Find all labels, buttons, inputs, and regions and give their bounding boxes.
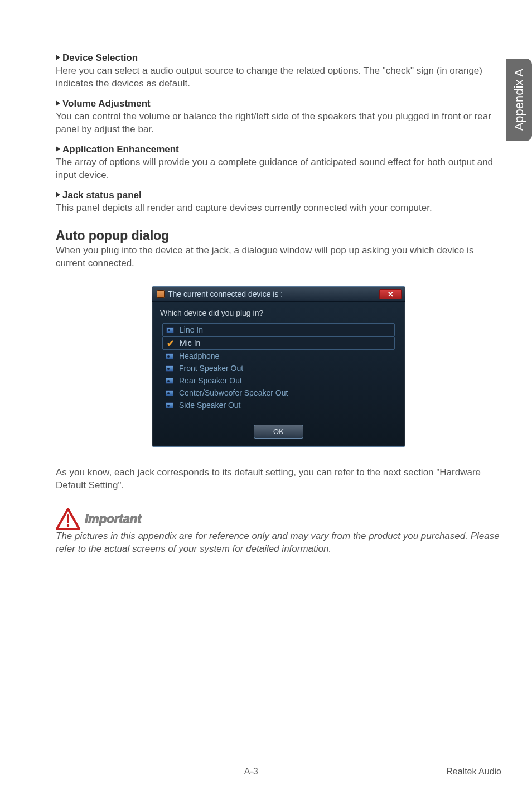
jack-icon bbox=[166, 353, 173, 359]
heading-volume-adjustment: Volume Adjustment bbox=[56, 98, 501, 109]
dialog-title-text: The current connected device is : bbox=[168, 290, 283, 299]
heading-device-selection: Device Selection bbox=[56, 52, 501, 64]
heading-text: Application Enhancement bbox=[62, 144, 179, 155]
device-option[interactable]: ✔ Mic In bbox=[162, 336, 395, 350]
body-jack-status: This panel depicts all render and captur… bbox=[56, 202, 501, 215]
check-icon: ✔ bbox=[166, 340, 174, 346]
device-label: Headphone bbox=[179, 352, 219, 360]
device-option[interactable]: Rear Speaker Out bbox=[162, 374, 395, 387]
body-device-selection: Here you can select a audio output sourc… bbox=[56, 65, 501, 90]
footer-section-name: Realtek Audio bbox=[446, 767, 501, 777]
warning-icon bbox=[56, 508, 80, 530]
dialog-subtitle: Which device did you plug in? bbox=[152, 302, 405, 323]
close-button[interactable]: ✕ bbox=[379, 289, 402, 299]
heading-text: Volume Adjustment bbox=[62, 98, 151, 109]
important-label: Important bbox=[85, 512, 141, 526]
jack-icon bbox=[166, 390, 173, 396]
device-label: Rear Speaker Out bbox=[179, 376, 242, 385]
heading-text: Jack status panel bbox=[62, 190, 142, 200]
device-label: Mic In bbox=[180, 339, 200, 348]
heading-application-enhancement: Application Enhancement bbox=[56, 144, 501, 155]
dialog-titlebar: The current connected device is : ✕ bbox=[152, 287, 405, 302]
device-option[interactable]: Front Speaker Out bbox=[162, 362, 395, 374]
speaker-icon bbox=[157, 290, 165, 298]
page-content: Device Selection Here you can select a a… bbox=[0, 0, 532, 578]
device-option[interactable]: Side Speaker Out bbox=[162, 399, 395, 411]
arrow-icon bbox=[56, 192, 60, 198]
arrow-icon bbox=[56, 146, 60, 152]
device-label: Front Speaker Out bbox=[179, 364, 243, 373]
body-after-dialog: As you know, each jack corresponds to it… bbox=[56, 466, 501, 492]
body-application-enhancement: The array of options will provide you a … bbox=[56, 156, 501, 182]
device-list: Line In ✔ Mic In Headphone Front Speaker… bbox=[152, 323, 405, 415]
jack-icon bbox=[166, 365, 173, 372]
arrow-icon bbox=[56, 55, 60, 60]
device-label: Line In bbox=[180, 325, 203, 334]
jack-icon bbox=[166, 402, 173, 408]
arrow-icon bbox=[56, 100, 60, 106]
jack-icon bbox=[166, 378, 173, 384]
important-text: The pictures in this appendix are for re… bbox=[56, 530, 501, 556]
heading-text: Device Selection bbox=[62, 52, 138, 63]
svg-point-2 bbox=[67, 524, 69, 527]
dialog-footer: OK bbox=[152, 415, 405, 446]
device-label: Center/Subwoofer Speaker Out bbox=[179, 388, 288, 397]
important-block: Important The pictures in this appendix … bbox=[56, 508, 501, 556]
ok-button[interactable]: OK bbox=[254, 425, 303, 439]
device-option[interactable]: Headphone bbox=[162, 350, 395, 362]
device-label: Side Speaker Out bbox=[179, 401, 241, 410]
body-volume-adjustment: You can control the volume or balance th… bbox=[56, 110, 501, 136]
dialog-wrapper: The current connected device is : ✕ Whic… bbox=[56, 286, 501, 447]
page-footer: A-3 Realtek Audio bbox=[56, 761, 501, 777]
jack-icon bbox=[166, 327, 174, 333]
device-option[interactable]: Center/Subwoofer Speaker Out bbox=[162, 387, 395, 399]
device-option[interactable]: Line In bbox=[162, 323, 395, 336]
footer-page-number: A-3 bbox=[244, 767, 258, 777]
device-dialog: The current connected device is : ✕ Whic… bbox=[152, 286, 405, 447]
important-header: Important bbox=[56, 508, 501, 530]
heading-jack-status: Jack status panel bbox=[56, 190, 501, 201]
subtitle-auto-popup: Auto popup dialog bbox=[56, 228, 501, 243]
body-auto-popup-intro: When you plug into the device at the jac… bbox=[56, 244, 501, 270]
